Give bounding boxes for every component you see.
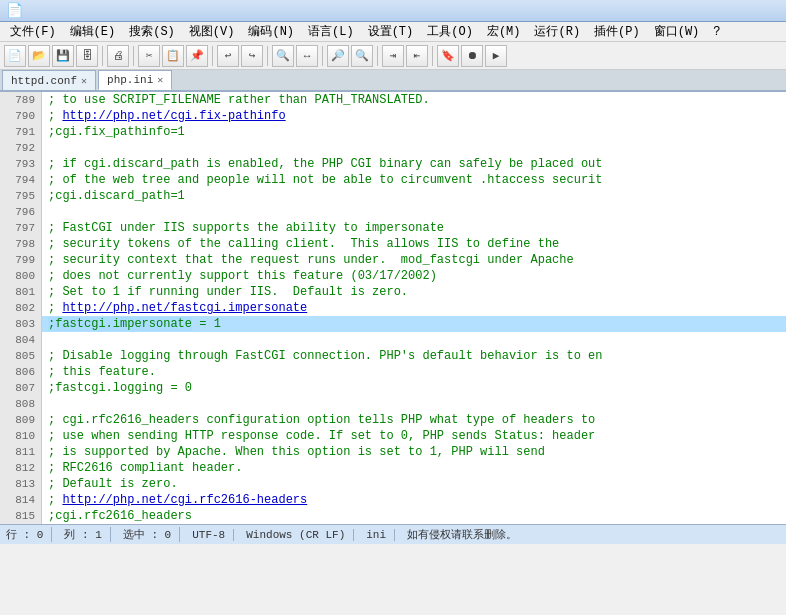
code-lines[interactable]: 789; to use SCRIPT_FILENAME rather than … <box>0 92 786 524</box>
menu-tools[interactable]: 工具(O) <box>421 22 479 41</box>
menu-window[interactable]: 窗口(W) <box>648 22 706 41</box>
line-text: ; security context that the request runs… <box>42 252 786 268</box>
code-line-794: 794; of the web tree and people will not… <box>0 172 786 188</box>
btn-bookmark[interactable]: 🔖 <box>437 45 459 67</box>
status-bar: 行 : 0 列 : 1 选中 : 0 UTF-8 Windows (CR LF)… <box>0 524 786 544</box>
menu-search[interactable]: 搜索(S) <box>123 22 181 41</box>
line-number: 813 <box>0 476 42 492</box>
btn-macro-rec[interactable]: ⏺ <box>461 45 483 67</box>
btn-open[interactable]: 📂 <box>28 45 50 67</box>
btn-undo[interactable]: ↩ <box>217 45 239 67</box>
line-number: 805 <box>0 348 42 364</box>
line-number: 796 <box>0 204 42 220</box>
btn-find[interactable]: 🔍 <box>272 45 294 67</box>
sep7 <box>432 46 433 66</box>
status-col: 列 : 1 <box>64 527 110 542</box>
line-number: 801 <box>0 284 42 300</box>
hyperlink[interactable]: http://php.net/cgi.fix-pathinfo <box>62 109 285 123</box>
line-text: ; is supported by Apache. When this opti… <box>42 444 786 460</box>
code-line-798: 798; security tokens of the calling clie… <box>0 236 786 252</box>
tab-httpd-conf[interactable]: httpd.conf ✕ <box>2 70 96 90</box>
line-text: ; to use SCRIPT_FILENAME rather than PAT… <box>42 92 786 108</box>
code-line-796: 796 <box>0 204 786 220</box>
menu-file[interactable]: 文件(F) <box>4 22 62 41</box>
line-text: ;cgi.rfc2616_headers <box>42 508 786 524</box>
status-hint: 如有侵权请联系删除。 <box>407 527 517 542</box>
status-sel: 选中 : 0 <box>123 527 180 542</box>
line-number: 802 <box>0 300 42 316</box>
btn-cut[interactable]: ✂ <box>138 45 160 67</box>
line-text: ;cgi.fix_pathinfo=1 <box>42 124 786 140</box>
status-line-ending: Windows (CR LF) <box>246 529 354 541</box>
menu-macro[interactable]: 宏(M) <box>481 22 527 41</box>
line-number: 808 <box>0 396 42 412</box>
code-line-805: 805; Disable logging through FastCGI con… <box>0 348 786 364</box>
tab-httpd-conf-close[interactable]: ✕ <box>81 75 87 87</box>
menu-encode[interactable]: 编码(N) <box>242 22 300 41</box>
code-line-809: 809; cgi.rfc2616_headers configuration o… <box>0 412 786 428</box>
sep2 <box>133 46 134 66</box>
menu-plugins[interactable]: 插件(P) <box>588 22 646 41</box>
tab-php-ini-label: php.ini <box>107 74 153 86</box>
sep6 <box>377 46 378 66</box>
hyperlink[interactable]: http://php.net/fastcgi.impersonate <box>62 301 307 315</box>
line-number: 807 <box>0 380 42 396</box>
code-line-804: 804 <box>0 332 786 348</box>
btn-zoom-out[interactable]: 🔍 <box>351 45 373 67</box>
btn-save[interactable]: 💾 <box>52 45 74 67</box>
menu-help[interactable]: ? <box>707 24 726 40</box>
app-icon: 📄 <box>6 2 23 19</box>
btn-macro-play[interactable]: ▶ <box>485 45 507 67</box>
code-line-814: 814; http://php.net/cgi.rfc2616-headers <box>0 492 786 508</box>
menu-view[interactable]: 视图(V) <box>183 22 241 41</box>
btn-saveall[interactable]: 🗄 <box>76 45 98 67</box>
btn-zoom-in[interactable]: 🔎 <box>327 45 349 67</box>
line-number: 800 <box>0 268 42 284</box>
sep3 <box>212 46 213 66</box>
line-text: ; cgi.rfc2616_headers configuration opti… <box>42 412 786 428</box>
code-area: 789; to use SCRIPT_FILENAME rather than … <box>0 92 786 524</box>
toolbar: 📄 📂 💾 🗄 🖨 ✂ 📋 📌 ↩ ↪ 🔍 ↔ 🔎 🔍 ⇥ ⇤ 🔖 ⏺ ▶ <box>0 42 786 70</box>
line-number: 789 <box>0 92 42 108</box>
line-number: 815 <box>0 508 42 524</box>
line-text: ; http://php.net/cgi.fix-pathinfo <box>42 108 786 124</box>
menu-lang[interactable]: 语言(L) <box>302 22 360 41</box>
menu-edit[interactable]: 编辑(E) <box>64 22 122 41</box>
tab-php-ini-close[interactable]: ✕ <box>157 74 163 86</box>
code-line-802: 802; http://php.net/fastcgi.impersonate <box>0 300 786 316</box>
code-line-803: 803;fastcgi.impersonate = 1 <box>0 316 786 332</box>
btn-redo[interactable]: ↪ <box>241 45 263 67</box>
btn-replace[interactable]: ↔ <box>296 45 318 67</box>
line-number: 792 <box>0 140 42 156</box>
code-line-795: 795;cgi.discard_path=1 <box>0 188 786 204</box>
line-text <box>42 140 786 156</box>
line-text: ; http://php.net/cgi.rfc2616-headers <box>42 492 786 508</box>
code-line-789: 789; to use SCRIPT_FILENAME rather than … <box>0 92 786 108</box>
line-text: ; Set to 1 if running under IIS. Default… <box>42 284 786 300</box>
code-line-800: 800; does not currently support this fea… <box>0 268 786 284</box>
sep4 <box>267 46 268 66</box>
line-text: ; if cgi.discard_path is enabled, the PH… <box>42 156 786 172</box>
tab-bar: httpd.conf ✕ php.ini ✕ <box>0 70 786 92</box>
menu-run[interactable]: 运行(R) <box>528 22 586 41</box>
line-text <box>42 396 786 412</box>
sep1 <box>102 46 103 66</box>
line-text: ; http://php.net/fastcgi.impersonate <box>42 300 786 316</box>
line-text: ; Disable logging through FastCGI connec… <box>42 348 786 364</box>
btn-outdent[interactable]: ⇤ <box>406 45 428 67</box>
btn-paste[interactable]: 📌 <box>186 45 208 67</box>
tab-php-ini[interactable]: php.ini ✕ <box>98 70 172 90</box>
btn-new[interactable]: 📄 <box>4 45 26 67</box>
btn-copy[interactable]: 📋 <box>162 45 184 67</box>
code-line-807: 807;fastcgi.logging = 0 <box>0 380 786 396</box>
status-encoding: UTF-8 <box>192 529 234 541</box>
title-bar: 📄 <box>0 0 786 22</box>
line-number: 814 <box>0 492 42 508</box>
btn-indent[interactable]: ⇥ <box>382 45 404 67</box>
line-text: ; does not currently support this featur… <box>42 268 786 284</box>
line-number: 803 <box>0 316 42 332</box>
hyperlink[interactable]: http://php.net/cgi.rfc2616-headers <box>62 493 307 507</box>
menu-settings[interactable]: 设置(T) <box>362 22 420 41</box>
line-text: ; Default is zero. <box>42 476 786 492</box>
btn-print[interactable]: 🖨 <box>107 45 129 67</box>
